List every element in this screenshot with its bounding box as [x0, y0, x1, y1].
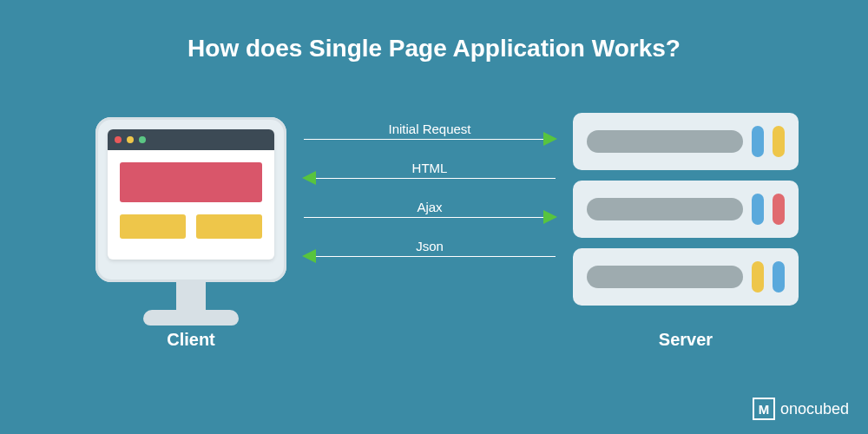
server-unit [573, 113, 799, 170]
arrow-html: HTML [304, 161, 556, 179]
client-computer-icon [95, 117, 286, 326]
cards-row [120, 214, 262, 239]
diagram-title: How does Single Page Application Works? [0, 0, 868, 62]
server-status-light-icon [773, 261, 785, 293]
server-drive-slot-icon [587, 130, 743, 153]
arrow-right-icon [543, 210, 557, 224]
request-response-arrows: Initial Request HTML Ajax Json [304, 122, 556, 278]
monitor-frame [95, 117, 286, 282]
arrow-line [304, 178, 556, 179]
arrow-label: Json [304, 239, 556, 253]
server-status-light-icon [752, 126, 764, 157]
logo-text: onocubed [780, 400, 849, 418]
arrow-label: Initial Request [304, 122, 556, 136]
client-label: Client [95, 330, 286, 350]
server-unit [573, 181, 799, 238]
server-stack-icon [573, 113, 799, 316]
browser-window-bar [108, 129, 274, 150]
server-drive-slot-icon [587, 266, 743, 288]
server-unit [573, 248, 799, 306]
server-label: Server [573, 330, 799, 350]
logo-box-icon: M [753, 398, 775, 420]
server-drive-slot-icon [587, 198, 743, 220]
card-block-icon [196, 214, 262, 239]
arrow-right-icon [543, 132, 557, 146]
monitor-stand-neck [176, 282, 206, 310]
server-status-light-icon [773, 126, 785, 157]
arrow-line [304, 256, 556, 257]
arrow-left-icon [302, 171, 316, 185]
window-close-dot-icon [115, 136, 122, 143]
arrow-label: Ajax [304, 200, 556, 214]
browser-content [108, 150, 274, 239]
arrow-initial-request: Initial Request [304, 122, 556, 140]
arrow-label: HTML [304, 161, 556, 175]
monocubed-logo: M onocubed [753, 398, 849, 420]
window-maximize-dot-icon [139, 136, 146, 143]
arrow-left-icon [302, 249, 316, 263]
server-status-light-icon [752, 194, 764, 225]
hero-block-icon [120, 162, 262, 202]
arrow-line [304, 139, 556, 140]
server-status-light-icon [773, 194, 785, 225]
arrow-line [304, 217, 556, 218]
window-minimize-dot-icon [127, 136, 134, 143]
server-status-light-icon [752, 261, 764, 293]
arrow-ajax: Ajax [304, 200, 556, 218]
monitor-screen [108, 129, 274, 260]
spa-diagram: Client Initial Request HTML Ajax Json [0, 113, 868, 391]
monitor-stand-base [143, 310, 239, 326]
card-block-icon [120, 214, 186, 239]
arrow-json: Json [304, 239, 556, 257]
